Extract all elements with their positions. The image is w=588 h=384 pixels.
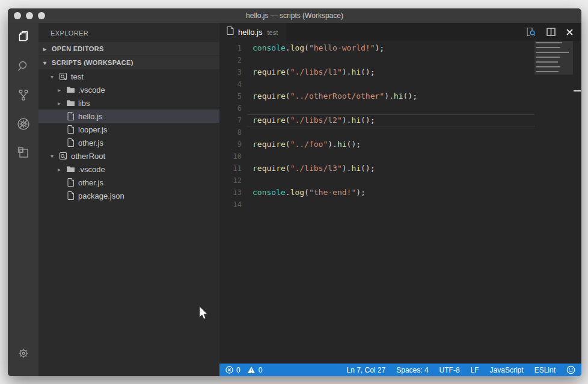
line-number[interactable]: 3 xyxy=(219,66,247,78)
section-header-scripts-workspace-[interactable]: ▾SCRIPTS (WORKSPACE) xyxy=(38,56,219,69)
line-number[interactable]: 14 xyxy=(219,199,247,211)
minimap[interactable] xyxy=(534,41,573,364)
line-number[interactable]: 10 xyxy=(219,150,247,163)
find-in-file-icon[interactable] xyxy=(526,27,536,37)
tree-item-test[interactable]: ▾test xyxy=(38,70,219,83)
line-number[interactable]: 13 xyxy=(219,187,247,199)
code-line[interactable]: console.log("hello·world!"); xyxy=(247,42,534,54)
minimap-line xyxy=(536,57,560,58)
code-token: require xyxy=(253,116,286,125)
line-number[interactable]: 9 xyxy=(219,138,247,150)
code-line[interactable]: require("../otherRoot/other").hi(); xyxy=(247,90,534,102)
status-item-lf[interactable]: LF xyxy=(471,366,479,374)
zoom-window-button[interactable] xyxy=(38,12,45,19)
status-item-utf-8[interactable]: UTF-8 xyxy=(439,366,460,374)
code-line[interactable]: require("./libs/l1").hi(); xyxy=(247,66,534,78)
minimap-line xyxy=(536,42,562,43)
tree-item-package-json[interactable]: package.json xyxy=(38,189,219,202)
code-token: console xyxy=(253,43,286,52)
tree-item-looper-js[interactable]: looper.js xyxy=(38,123,219,136)
minimap-gap xyxy=(534,58,573,60)
code-line[interactable] xyxy=(247,175,534,187)
chevron-right-icon[interactable]: ▸ xyxy=(58,100,66,107)
code-line[interactable]: console.log("the·end!"); xyxy=(247,187,534,199)
code-line[interactable]: require("./libs/l3").hi(); xyxy=(247,163,534,175)
line-number[interactable]: 2 xyxy=(219,54,247,66)
code-line[interactable]: require("./libs/l2").hi(); xyxy=(247,114,534,126)
code-token: ( xyxy=(286,116,290,125)
code-token: "../otherRoot/other" xyxy=(290,91,385,101)
tree-item-label: package.json xyxy=(78,191,124,200)
status-item-ln-7-col-27[interactable]: Ln 7, Col 27 xyxy=(347,366,386,374)
status-item-spaces-4[interactable]: Spaces: 4 xyxy=(396,366,428,374)
code-line[interactable] xyxy=(247,199,534,211)
code-line[interactable] xyxy=(247,150,534,163)
editor-group: hello.js test 1234567891011121314 xyxy=(219,23,581,376)
code-line[interactable] xyxy=(247,126,534,138)
code-token: end!" xyxy=(332,188,356,197)
code-token: (); xyxy=(403,91,417,101)
code-token: log xyxy=(290,43,304,52)
line-number[interactable]: 6 xyxy=(219,102,247,114)
feedback-smiley-icon[interactable] xyxy=(566,365,575,374)
code-token: "hello xyxy=(309,43,337,52)
line-number[interactable]: 12 xyxy=(219,175,247,187)
split-editor-icon[interactable] xyxy=(547,28,556,36)
line-number[interactable]: 11 xyxy=(219,163,247,175)
code-token: ). xyxy=(342,67,352,76)
close-editor-icon[interactable] xyxy=(566,29,573,36)
line-number[interactable]: 5 xyxy=(219,90,247,102)
explorer-sidebar: EXPLORER ▸OPEN EDITORS▾SCRIPTS (WORKSPAC… xyxy=(38,23,219,376)
extensions-icon[interactable] xyxy=(8,138,38,167)
tree-item-other-js[interactable]: other.js xyxy=(38,176,219,189)
code-token: require xyxy=(253,140,286,149)
minimize-window-button[interactable] xyxy=(26,12,33,19)
code-token: ( xyxy=(286,91,290,101)
tree-item-label: other.js xyxy=(78,178,103,187)
tree-item-otherroot[interactable]: ▾otherRoot xyxy=(38,149,219,163)
chevron-right-icon[interactable]: ▸ xyxy=(58,87,66,93)
line-number-gutter[interactable]: 1234567891011121314 xyxy=(219,41,247,364)
close-window-button[interactable] xyxy=(14,12,21,19)
tree-item-label: .vscode xyxy=(78,85,105,94)
code-token: console xyxy=(253,188,286,197)
tree-item-hello-js[interactable]: hello.js xyxy=(38,110,219,123)
error-count: 0 xyxy=(236,366,240,374)
debug-icon[interactable] xyxy=(8,110,38,138)
traffic-lights xyxy=(14,12,45,19)
line-number[interactable]: 4 xyxy=(219,78,247,90)
code-token: hi xyxy=(351,164,361,173)
tree-item--vscode[interactable]: ▸.vscode xyxy=(38,83,219,96)
chevron-down-icon[interactable]: ▾ xyxy=(51,73,59,80)
line-number[interactable]: 1 xyxy=(219,42,247,54)
code-line[interactable]: require("../foo").hi(); xyxy=(247,138,534,150)
code-editor[interactable]: 1234567891011121314 console.log("hello·w… xyxy=(219,41,581,364)
tab-hello-js[interactable]: hello.js test xyxy=(219,23,286,41)
code-line[interactable] xyxy=(247,78,534,90)
explorer-icon[interactable] xyxy=(8,23,38,52)
code-token: ( xyxy=(304,188,309,197)
line-number[interactable]: 8 xyxy=(219,126,247,138)
chevron-down-icon[interactable]: ▾ xyxy=(51,153,59,159)
gear-icon[interactable] xyxy=(8,339,38,368)
search-icon[interactable] xyxy=(8,52,38,81)
code-token: . xyxy=(286,188,290,197)
file-icon xyxy=(227,26,234,37)
warning-count: 0 xyxy=(259,366,263,374)
chevron-right-icon[interactable]: ▸ xyxy=(58,166,66,173)
line-number[interactable]: 7 xyxy=(219,114,247,126)
minimap-slider[interactable] xyxy=(534,41,573,75)
status-item-javascript[interactable]: JavaScript xyxy=(490,366,524,374)
source-control-icon[interactable] xyxy=(8,81,38,110)
code-line[interactable] xyxy=(247,102,534,114)
section-label: OPEN EDITORS xyxy=(52,45,104,52)
tree-item-other-js[interactable]: other.js xyxy=(38,136,219,149)
tree-item-libs[interactable]: ▸libs xyxy=(38,96,219,110)
status-item-eslint[interactable]: ESLint xyxy=(534,366,556,374)
code-line[interactable] xyxy=(247,54,534,66)
tree-item-label: .vscode xyxy=(78,165,105,174)
section-header-open-editors[interactable]: ▸OPEN EDITORS xyxy=(38,42,219,55)
problems-status[interactable]: 0 0 xyxy=(225,366,262,374)
tree-item--vscode[interactable]: ▸.vscode xyxy=(38,163,219,176)
file-icon xyxy=(66,112,78,120)
